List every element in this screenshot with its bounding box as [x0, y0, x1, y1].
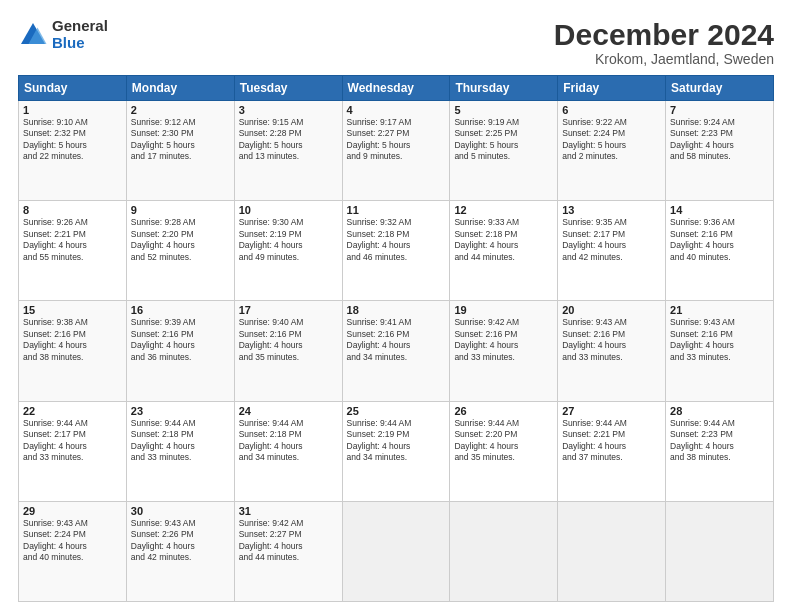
- day-info: Sunrise: 9:38 AM Sunset: 2:16 PM Dayligh…: [23, 317, 122, 363]
- calendar-cell: 23Sunrise: 9:44 AM Sunset: 2:18 PM Dayli…: [126, 401, 234, 501]
- calendar-week-row: 22Sunrise: 9:44 AM Sunset: 2:17 PM Dayli…: [19, 401, 774, 501]
- day-number: 3: [239, 104, 338, 116]
- logo-general: General: [52, 18, 108, 35]
- day-info: Sunrise: 9:30 AM Sunset: 2:19 PM Dayligh…: [239, 217, 338, 263]
- day-info: Sunrise: 9:28 AM Sunset: 2:20 PM Dayligh…: [131, 217, 230, 263]
- day-info: Sunrise: 9:32 AM Sunset: 2:18 PM Dayligh…: [347, 217, 446, 263]
- calendar-cell: 20Sunrise: 9:43 AM Sunset: 2:16 PM Dayli…: [558, 301, 666, 401]
- calendar-cell: 16Sunrise: 9:39 AM Sunset: 2:16 PM Dayli…: [126, 301, 234, 401]
- day-info: Sunrise: 9:44 AM Sunset: 2:17 PM Dayligh…: [23, 418, 122, 464]
- day-number: 12: [454, 204, 553, 216]
- calendar-header-tuesday: Tuesday: [234, 76, 342, 101]
- day-info: Sunrise: 9:39 AM Sunset: 2:16 PM Dayligh…: [131, 317, 230, 363]
- calendar-header-saturday: Saturday: [666, 76, 774, 101]
- calendar-header-sunday: Sunday: [19, 76, 127, 101]
- calendar-cell: 13Sunrise: 9:35 AM Sunset: 2:17 PM Dayli…: [558, 201, 666, 301]
- calendar-cell: 2Sunrise: 9:12 AM Sunset: 2:30 PM Daylig…: [126, 101, 234, 201]
- logo: General Blue: [18, 18, 108, 51]
- day-number: 2: [131, 104, 230, 116]
- day-info: Sunrise: 9:44 AM Sunset: 2:20 PM Dayligh…: [454, 418, 553, 464]
- day-number: 4: [347, 104, 446, 116]
- day-number: 19: [454, 304, 553, 316]
- calendar-cell: 7Sunrise: 9:24 AM Sunset: 2:23 PM Daylig…: [666, 101, 774, 201]
- day-number: 20: [562, 304, 661, 316]
- day-info: Sunrise: 9:36 AM Sunset: 2:16 PM Dayligh…: [670, 217, 769, 263]
- calendar-header-monday: Monday: [126, 76, 234, 101]
- day-number: 18: [347, 304, 446, 316]
- calendar-cell: 11Sunrise: 9:32 AM Sunset: 2:18 PM Dayli…: [342, 201, 450, 301]
- day-number: 11: [347, 204, 446, 216]
- day-info: Sunrise: 9:42 AM Sunset: 2:16 PM Dayligh…: [454, 317, 553, 363]
- day-info: Sunrise: 9:44 AM Sunset: 2:18 PM Dayligh…: [131, 418, 230, 464]
- day-info: Sunrise: 9:41 AM Sunset: 2:16 PM Dayligh…: [347, 317, 446, 363]
- day-number: 10: [239, 204, 338, 216]
- day-number: 21: [670, 304, 769, 316]
- title-block: December 2024 Krokom, Jaemtland, Sweden: [554, 18, 774, 67]
- day-info: Sunrise: 9:44 AM Sunset: 2:18 PM Dayligh…: [239, 418, 338, 464]
- day-number: 17: [239, 304, 338, 316]
- logo-icon: [18, 20, 48, 50]
- day-info: Sunrise: 9:22 AM Sunset: 2:24 PM Dayligh…: [562, 117, 661, 163]
- calendar-cell: 3Sunrise: 9:15 AM Sunset: 2:28 PM Daylig…: [234, 101, 342, 201]
- calendar-cell: 28Sunrise: 9:44 AM Sunset: 2:23 PM Dayli…: [666, 401, 774, 501]
- day-number: 28: [670, 405, 769, 417]
- calendar-cell: 25Sunrise: 9:44 AM Sunset: 2:19 PM Dayli…: [342, 401, 450, 501]
- day-info: Sunrise: 9:12 AM Sunset: 2:30 PM Dayligh…: [131, 117, 230, 163]
- calendar-cell: 14Sunrise: 9:36 AM Sunset: 2:16 PM Dayli…: [666, 201, 774, 301]
- day-info: Sunrise: 9:17 AM Sunset: 2:27 PM Dayligh…: [347, 117, 446, 163]
- calendar-cell: 5Sunrise: 9:19 AM Sunset: 2:25 PM Daylig…: [450, 101, 558, 201]
- day-info: Sunrise: 9:26 AM Sunset: 2:21 PM Dayligh…: [23, 217, 122, 263]
- day-info: Sunrise: 9:44 AM Sunset: 2:23 PM Dayligh…: [670, 418, 769, 464]
- day-info: Sunrise: 9:15 AM Sunset: 2:28 PM Dayligh…: [239, 117, 338, 163]
- day-info: Sunrise: 9:10 AM Sunset: 2:32 PM Dayligh…: [23, 117, 122, 163]
- calendar-cell: [450, 501, 558, 601]
- day-info: Sunrise: 9:40 AM Sunset: 2:16 PM Dayligh…: [239, 317, 338, 363]
- calendar-header-thursday: Thursday: [450, 76, 558, 101]
- day-number: 14: [670, 204, 769, 216]
- calendar-cell: 18Sunrise: 9:41 AM Sunset: 2:16 PM Dayli…: [342, 301, 450, 401]
- day-number: 13: [562, 204, 661, 216]
- day-number: 16: [131, 304, 230, 316]
- calendar-cell: 30Sunrise: 9:43 AM Sunset: 2:26 PM Dayli…: [126, 501, 234, 601]
- day-info: Sunrise: 9:43 AM Sunset: 2:16 PM Dayligh…: [562, 317, 661, 363]
- logo-text: General Blue: [52, 18, 108, 51]
- calendar-table: SundayMondayTuesdayWednesdayThursdayFrid…: [18, 75, 774, 602]
- calendar-cell: 26Sunrise: 9:44 AM Sunset: 2:20 PM Dayli…: [450, 401, 558, 501]
- day-info: Sunrise: 9:43 AM Sunset: 2:24 PM Dayligh…: [23, 518, 122, 564]
- calendar-cell: 10Sunrise: 9:30 AM Sunset: 2:19 PM Dayli…: [234, 201, 342, 301]
- day-number: 25: [347, 405, 446, 417]
- day-info: Sunrise: 9:43 AM Sunset: 2:16 PM Dayligh…: [670, 317, 769, 363]
- calendar-cell: 27Sunrise: 9:44 AM Sunset: 2:21 PM Dayli…: [558, 401, 666, 501]
- logo-blue: Blue: [52, 35, 108, 52]
- calendar-cell: [666, 501, 774, 601]
- day-info: Sunrise: 9:44 AM Sunset: 2:19 PM Dayligh…: [347, 418, 446, 464]
- calendar-cell: 4Sunrise: 9:17 AM Sunset: 2:27 PM Daylig…: [342, 101, 450, 201]
- day-info: Sunrise: 9:44 AM Sunset: 2:21 PM Dayligh…: [562, 418, 661, 464]
- day-number: 8: [23, 204, 122, 216]
- calendar-cell: 29Sunrise: 9:43 AM Sunset: 2:24 PM Dayli…: [19, 501, 127, 601]
- day-info: Sunrise: 9:43 AM Sunset: 2:26 PM Dayligh…: [131, 518, 230, 564]
- day-number: 27: [562, 405, 661, 417]
- day-number: 7: [670, 104, 769, 116]
- calendar-week-row: 15Sunrise: 9:38 AM Sunset: 2:16 PM Dayli…: [19, 301, 774, 401]
- calendar-cell: 31Sunrise: 9:42 AM Sunset: 2:27 PM Dayli…: [234, 501, 342, 601]
- page: General Blue December 2024 Krokom, Jaemt…: [0, 0, 792, 612]
- calendar-cell: 1Sunrise: 9:10 AM Sunset: 2:32 PM Daylig…: [19, 101, 127, 201]
- calendar-header-wednesday: Wednesday: [342, 76, 450, 101]
- day-info: Sunrise: 9:35 AM Sunset: 2:17 PM Dayligh…: [562, 217, 661, 263]
- calendar-cell: [342, 501, 450, 601]
- calendar-cell: 15Sunrise: 9:38 AM Sunset: 2:16 PM Dayli…: [19, 301, 127, 401]
- month-title: December 2024: [554, 18, 774, 51]
- calendar-cell: 21Sunrise: 9:43 AM Sunset: 2:16 PM Dayli…: [666, 301, 774, 401]
- calendar-cell: 12Sunrise: 9:33 AM Sunset: 2:18 PM Dayli…: [450, 201, 558, 301]
- calendar-cell: 19Sunrise: 9:42 AM Sunset: 2:16 PM Dayli…: [450, 301, 558, 401]
- day-number: 1: [23, 104, 122, 116]
- day-info: Sunrise: 9:42 AM Sunset: 2:27 PM Dayligh…: [239, 518, 338, 564]
- day-number: 5: [454, 104, 553, 116]
- calendar-cell: 9Sunrise: 9:28 AM Sunset: 2:20 PM Daylig…: [126, 201, 234, 301]
- calendar-header-friday: Friday: [558, 76, 666, 101]
- header: General Blue December 2024 Krokom, Jaemt…: [18, 18, 774, 67]
- calendar-week-row: 1Sunrise: 9:10 AM Sunset: 2:32 PM Daylig…: [19, 101, 774, 201]
- day-number: 29: [23, 505, 122, 517]
- calendar-cell: 24Sunrise: 9:44 AM Sunset: 2:18 PM Dayli…: [234, 401, 342, 501]
